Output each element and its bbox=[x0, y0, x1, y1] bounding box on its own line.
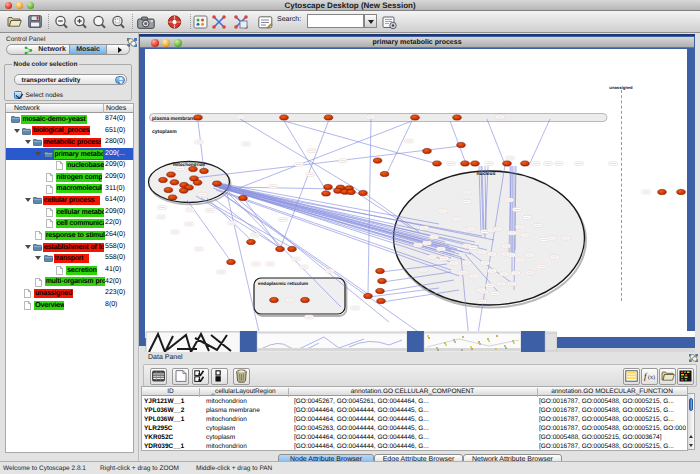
svg-text:mitochondrion: mitochondrion bbox=[173, 162, 205, 167]
svg-text:cytoplasm: cytoplasm bbox=[152, 129, 177, 135]
svg-text:plasma membrane: plasma membrane bbox=[152, 116, 196, 122]
svg-text:endoplasmic reticulum: endoplasmic reticulum bbox=[258, 281, 308, 286]
svg-text:unassigned: unassigned bbox=[609, 85, 633, 90]
svg-text:nucleus: nucleus bbox=[477, 171, 496, 177]
svg-text:(x): (x) bbox=[648, 374, 655, 381]
